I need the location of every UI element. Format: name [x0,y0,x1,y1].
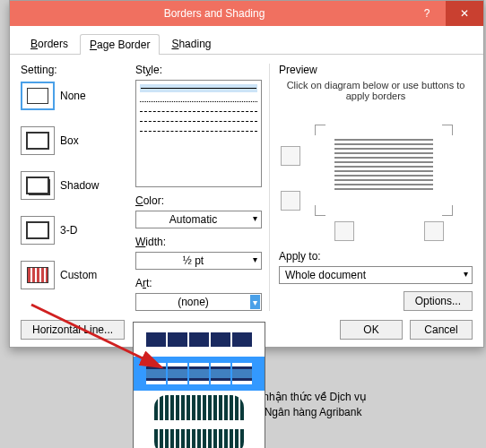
art-item-film-dark[interactable] [134,323,265,357]
color-select[interactable]: Automatic [135,211,262,228]
style-dashed-lg[interactable] [140,131,257,132]
style-dotted[interactable] [140,101,257,102]
preview-hint: Click on diagram below or use buttons to… [279,80,473,101]
setting-3d[interactable]: 3-D [21,216,126,245]
cancel-button[interactable]: Cancel [410,320,473,340]
style-dashed-sm[interactable] [140,111,257,112]
setting-box[interactable]: Box [21,126,126,155]
options-button[interactable]: Options... [404,291,473,311]
apply-to-select[interactable]: Whole document [279,266,473,284]
art-item-deco-1[interactable] [134,391,265,425]
tab-shading[interactable]: Shading [161,33,221,54]
style-label: Style: [135,64,262,76]
close-button[interactable]: ✕ [446,1,483,26]
borders-shading-dialog: Borders and Shading ? ✕ Borders Page Bor… [9,0,484,348]
art-select[interactable]: (none) [135,293,262,311]
style-dashed-md[interactable] [140,121,257,122]
preview-btn-right[interactable] [424,221,444,241]
setting-shadow[interactable]: Shadow [21,171,126,200]
preview-btn-left[interactable] [334,221,354,241]
tabs-row: Borders Page Border Shading [10,26,483,55]
setting-label: Setting: [21,64,126,76]
art-item-deco-2[interactable] [134,425,265,448]
color-label: Color: [135,194,262,207]
tab-page-border[interactable]: Page Border [80,34,160,55]
help-button[interactable]: ? [408,1,446,26]
apply-to-label: Apply to: [279,250,473,263]
width-select[interactable]: ½ pt [135,252,262,270]
horizontal-line-button[interactable]: Horizontal Line... [21,320,125,340]
width-label: Width: [135,236,262,248]
titlebar[interactable]: Borders and Shading ? ✕ [10,1,483,26]
tab-borders[interactable]: Borders [21,33,78,54]
setting-none[interactable]: None [21,82,126,110]
preview-diagram[interactable] [279,108,473,243]
preview-label: Preview [279,64,473,76]
art-label: Art: [135,277,262,289]
preview-btn-bottom[interactable] [281,191,300,211]
art-dropdown-list[interactable] [133,322,265,448]
preview-btn-top[interactable] [281,146,300,166]
ok-button[interactable]: OK [340,320,403,340]
art-item-film-blue[interactable] [134,357,265,391]
style-list[interactable] [135,80,262,187]
close-icon: ✕ [460,7,469,20]
style-solid[interactable] [141,88,256,89]
dialog-title: Borders and Shading [21,7,408,20]
setting-custom[interactable]: Custom [21,261,126,289]
